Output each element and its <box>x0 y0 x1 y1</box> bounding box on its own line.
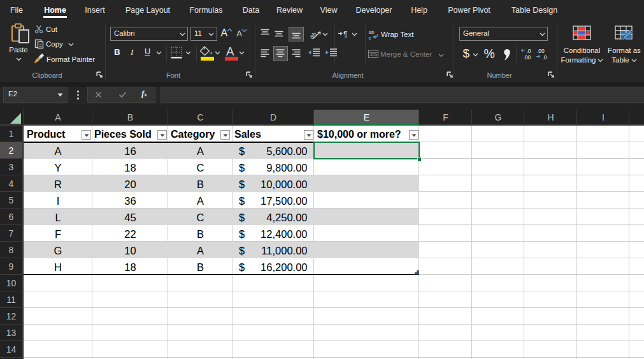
svg-text:ab: ab <box>369 29 375 35</box>
svg-text:c: c <box>369 35 371 40</box>
svg-text:¶: ¶ <box>343 30 347 38</box>
